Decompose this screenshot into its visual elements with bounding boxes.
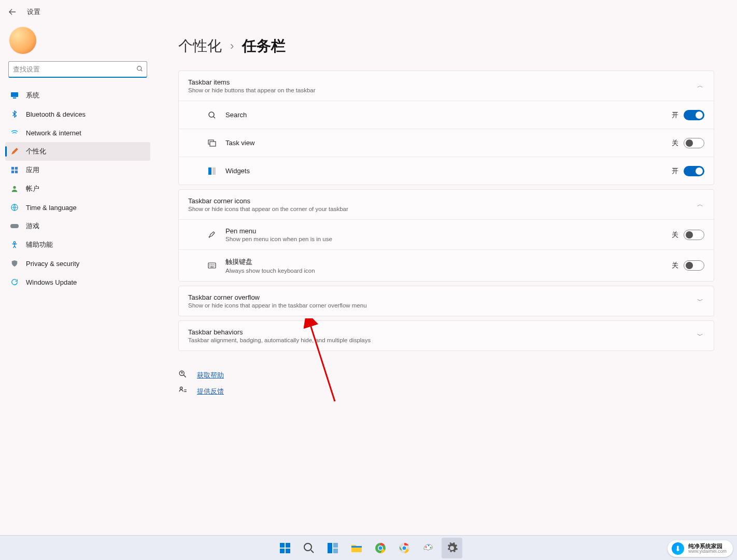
user-avatar[interactable] xyxy=(9,27,36,54)
svg-point-35 xyxy=(426,546,427,548)
section-title: Taskbar behaviors xyxy=(188,328,371,336)
section-title: Taskbar items xyxy=(188,78,316,86)
sidebar-item-windows-update[interactable]: Windows Update xyxy=(5,273,150,291)
pen-icon xyxy=(208,231,216,239)
row-pen-menu: Pen menu Show pen menu icon when pen is … xyxy=(179,219,714,249)
toggle-touch-keyboard[interactable] xyxy=(684,260,704,271)
svg-rect-20 xyxy=(280,543,285,548)
taskbar-chrome-1[interactable] xyxy=(370,538,391,558)
sidebar-item-accessibility[interactable]: 辅助功能 xyxy=(5,235,150,254)
search-input[interactable] xyxy=(8,61,147,78)
chevron-up-icon: ︿ xyxy=(696,200,704,209)
keyboard-icon xyxy=(208,261,216,270)
svg-rect-9 xyxy=(10,224,19,228)
sidebar-item-bluetooth[interactable]: Bluetooth & devices xyxy=(5,105,150,123)
section-title: Taskbar corner icons xyxy=(188,197,348,205)
search-icon xyxy=(136,65,143,74)
chevron-right-icon: › xyxy=(230,39,234,53)
start-button[interactable] xyxy=(275,538,295,558)
section-subtitle: Taskbar alignment, badging, automaticall… xyxy=(188,337,371,343)
sidebar-item-accounts[interactable]: 帐户 xyxy=(5,179,150,198)
row-label: Search xyxy=(225,111,247,119)
sidebar: 系统 Bluetooth & devices Network & interne… xyxy=(0,21,155,559)
shield-icon xyxy=(10,259,19,268)
svg-rect-13 xyxy=(210,142,216,146)
taskbar-chrome-2[interactable] xyxy=(394,538,415,558)
section-corner-icons: Taskbar corner icons Show or hide icons … xyxy=(178,189,714,282)
row-behaviors[interactable]: Taskbar behaviors Taskbar alignment, bad… xyxy=(179,321,714,351)
section-taskbar-items: Taskbar items Show or hide buttons that … xyxy=(178,71,714,185)
svg-point-36 xyxy=(428,544,430,546)
row-label: Widgets xyxy=(225,167,250,175)
chevron-down-icon: ﹀ xyxy=(696,331,704,340)
help-icon xyxy=(178,370,189,381)
section-header-corner-icons[interactable]: Taskbar corner icons Show or hide icons … xyxy=(179,190,714,219)
taskbar-widgets[interactable] xyxy=(322,538,343,558)
svg-point-24 xyxy=(304,543,311,551)
taskbar-paint[interactable] xyxy=(418,538,438,558)
taskbar-explorer[interactable] xyxy=(346,538,367,558)
svg-rect-4 xyxy=(15,167,18,170)
sidebar-item-label: 辅助功能 xyxy=(26,240,53,249)
row-desc: Always show touch keyboard icon xyxy=(225,268,315,274)
person-icon xyxy=(10,185,19,193)
feedback-icon xyxy=(178,386,189,397)
breadcrumb-parent[interactable]: 个性化 xyxy=(178,36,222,56)
sidebar-item-privacy[interactable]: Privacy & security xyxy=(5,254,150,273)
paintbrush-icon xyxy=(10,147,19,156)
svg-rect-28 xyxy=(351,546,362,548)
sidebar-item-label: 游戏 xyxy=(26,221,39,231)
row-corner-overflow[interactable]: Taskbar corner overflow Show or hide ico… xyxy=(179,286,714,316)
sidebar-item-time-language[interactable]: Time & language xyxy=(5,198,150,217)
svg-rect-2 xyxy=(13,97,16,99)
help-link[interactable]: 获取帮助 xyxy=(197,371,224,380)
toggle-pen-menu[interactable] xyxy=(684,230,704,240)
toggle-state: 关 xyxy=(672,138,678,148)
sidebar-item-system[interactable]: 系统 xyxy=(5,86,150,105)
watermark-url: www.yidaimei.com xyxy=(688,549,727,554)
toggle-widgets[interactable] xyxy=(684,166,704,176)
accessibility-icon xyxy=(10,241,19,249)
row-desc: Show pen menu icon when pen is in use xyxy=(225,236,332,242)
toggle-state: 关 xyxy=(672,230,678,240)
row-label: 触摸键盘 xyxy=(225,257,315,267)
sidebar-item-apps[interactable]: 应用 xyxy=(5,161,150,179)
svg-rect-3 xyxy=(11,167,14,170)
taskbar-settings[interactable] xyxy=(442,538,462,558)
monitor-icon xyxy=(10,91,19,100)
sync-icon xyxy=(10,278,19,286)
gamepad-icon xyxy=(10,222,19,230)
toggle-task-view[interactable] xyxy=(684,138,704,148)
svg-rect-25 xyxy=(328,543,332,553)
toggle-search[interactable] xyxy=(684,110,704,120)
svg-rect-23 xyxy=(286,549,290,553)
svg-rect-27 xyxy=(333,549,338,553)
globe-icon xyxy=(10,203,19,212)
watermark: ⬇ 纯净系统家园 www.yidaimei.com xyxy=(668,540,733,557)
svg-point-11 xyxy=(209,112,214,117)
svg-rect-21 xyxy=(286,543,290,548)
sidebar-item-label: 系统 xyxy=(26,91,39,100)
sidebar-item-label: Privacy & security xyxy=(26,260,79,268)
back-button[interactable] xyxy=(8,8,17,16)
sidebar-item-gaming[interactable]: 游戏 xyxy=(5,217,150,235)
svg-point-0 xyxy=(137,66,141,71)
svg-rect-1 xyxy=(11,92,18,97)
sidebar-item-personalization[interactable]: 个性化 xyxy=(5,142,150,161)
svg-point-10 xyxy=(13,242,16,244)
svg-rect-5 xyxy=(11,171,14,173)
row-widgets: Widgets 开 xyxy=(179,157,714,185)
sidebar-item-label: Windows Update xyxy=(26,278,77,286)
section-subtitle: Show or hide icons that appear on the co… xyxy=(188,206,348,212)
row-label: Pen menu xyxy=(225,227,332,235)
sidebar-item-label: 个性化 xyxy=(26,147,46,156)
feedback-link[interactable]: 提供反馈 xyxy=(197,387,224,396)
svg-point-34 xyxy=(403,546,406,550)
wifi-icon xyxy=(10,129,19,137)
section-header-taskbar-items[interactable]: Taskbar items Show or hide buttons that … xyxy=(179,71,714,101)
row-task-view: Task view 关 xyxy=(179,129,714,157)
svg-point-7 xyxy=(13,186,16,189)
row-touch-keyboard: 触摸键盘 Always show touch keyboard icon 关 xyxy=(179,249,714,281)
taskbar-search[interactable] xyxy=(299,538,319,558)
sidebar-item-network[interactable]: Network & internet xyxy=(5,123,150,142)
